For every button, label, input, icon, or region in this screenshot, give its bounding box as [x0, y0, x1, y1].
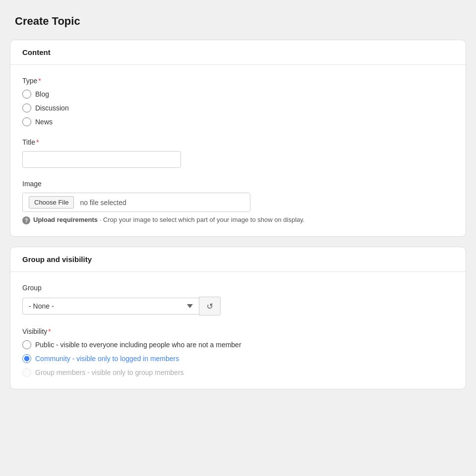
upload-hint-label: Upload requirements	[33, 216, 98, 223]
title-label: Title*	[22, 138, 454, 146]
group-card-body: Group - None - ↻ Visibility* Public - vi…	[10, 272, 466, 389]
type-blog-label[interactable]: Blog	[35, 90, 49, 98]
visibility-community-input[interactable]	[22, 354, 31, 363]
upload-hint-icon: ?	[22, 216, 30, 224]
content-card-body: Type* Blog Discussion News Titl	[10, 65, 466, 236]
type-news-label[interactable]: News	[35, 118, 53, 126]
type-radio-group: Blog Discussion News	[22, 90, 454, 126]
visibility-radio-group: Public - visible to everyone including p…	[22, 340, 454, 377]
type-radio-blog[interactable]: Blog	[22, 90, 454, 99]
refresh-icon: ↻	[207, 302, 213, 311]
group-field: Group - None - ↻	[22, 284, 454, 316]
group-card: Group and visibility Group - None - ↻ Vi…	[10, 247, 466, 389]
group-card-header: Group and visibility	[10, 247, 466, 272]
visibility-radio-group-members: Group members - visible only to group me…	[22, 368, 454, 377]
type-discussion-input[interactable]	[22, 104, 31, 112]
content-card: Content Type* Blog Discussion News	[10, 40, 466, 237]
content-card-header: Content	[10, 40, 466, 65]
upload-hint: ? Upload requirements · Crop your image …	[22, 216, 454, 224]
type-radio-discussion[interactable]: Discussion	[22, 104, 454, 112]
visibility-label: Visibility*	[22, 327, 454, 335]
visibility-group-input	[22, 368, 31, 377]
visibility-public-input[interactable]	[22, 340, 31, 349]
type-label: Type*	[22, 77, 454, 85]
type-required-star: *	[38, 77, 41, 85]
type-news-input[interactable]	[22, 117, 31, 126]
visibility-required-star: *	[48, 327, 51, 335]
upload-hint-detail: · Crop your image to select which part o…	[100, 216, 305, 223]
type-radio-news[interactable]: News	[22, 117, 454, 126]
upload-hint-text: Upload requirements · Crop your image to…	[33, 216, 304, 223]
visibility-field: Visibility* Public - visible to everyone…	[22, 327, 454, 377]
visibility-group-label: Group members - visible only to group me…	[35, 369, 184, 376]
visibility-community-label[interactable]: Community - visible only to logged in me…	[35, 355, 179, 363]
group-select[interactable]: - None -	[22, 298, 199, 315]
group-select-wrapper: - None - ↻	[22, 297, 221, 316]
visibility-public-label[interactable]: Public - visible to everyone including p…	[35, 341, 241, 349]
title-field: Title*	[22, 138, 454, 168]
group-label: Group	[22, 284, 454, 292]
image-field: Image Choose File no file selected ? Upl…	[22, 180, 454, 224]
type-discussion-label[interactable]: Discussion	[35, 104, 69, 112]
choose-file-button[interactable]: Choose File	[29, 196, 74, 209]
file-name-label: no file selected	[80, 199, 126, 207]
page-title: Create Topic	[15, 15, 466, 28]
type-field: Type* Blog Discussion News	[22, 77, 454, 126]
title-input[interactable]	[22, 151, 181, 168]
type-blog-input[interactable]	[22, 90, 31, 99]
title-required-star: *	[36, 138, 39, 146]
group-refresh-button[interactable]: ↻	[199, 297, 221, 316]
visibility-radio-public[interactable]: Public - visible to everyone including p…	[22, 340, 454, 349]
visibility-radio-community[interactable]: Community - visible only to logged in me…	[22, 354, 454, 363]
image-label: Image	[22, 180, 454, 188]
file-input-wrapper: Choose File no file selected	[22, 193, 250, 212]
